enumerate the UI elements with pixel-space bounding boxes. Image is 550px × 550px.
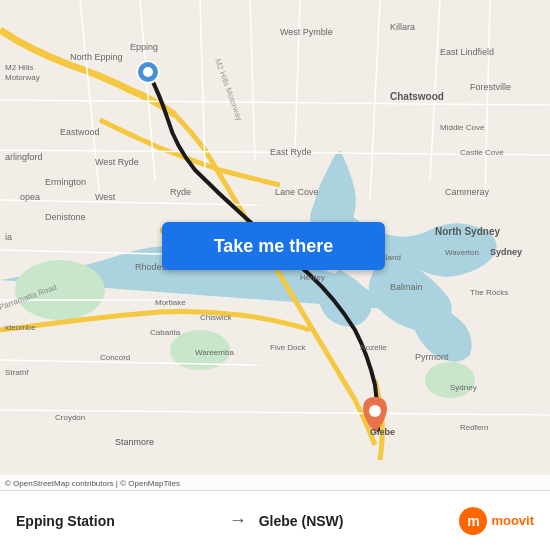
take-me-there-button[interactable]: Take me there [162,222,385,270]
svg-text:West: West [95,192,116,202]
svg-text:Strathf: Strathf [5,368,29,377]
svg-text:West Pymble: West Pymble [280,27,333,37]
svg-text:Pyrmont: Pyrmont [415,352,449,362]
svg-text:ia: ia [5,232,12,242]
svg-text:M2 Hills: M2 Hills [5,63,33,72]
svg-text:Sydney: Sydney [450,383,477,392]
svg-text:Denistone: Denistone [45,212,86,222]
svg-text:Chiswick: Chiswick [200,313,233,322]
svg-text:Ryde: Ryde [170,187,191,197]
svg-text:Concord: Concord [100,353,130,362]
svg-point-1 [15,260,105,320]
svg-text:East Ryde: East Ryde [270,147,312,157]
moovit-icon: m [459,507,487,535]
svg-text:Forestville: Forestville [470,82,511,92]
svg-text:North Sydney: North Sydney [435,226,500,237]
svg-text:Mortlake: Mortlake [155,298,186,307]
svg-text:Ermington: Ermington [45,177,86,187]
svg-text:The Rocks: The Rocks [470,288,508,297]
svg-text:East Lindfield: East Lindfield [440,47,494,57]
svg-text:arlingford: arlingford [5,152,43,162]
svg-text:Croydon: Croydon [55,413,85,422]
svg-text:Cabarita: Cabarita [150,328,181,337]
svg-text:Epping: Epping [130,42,158,52]
svg-text:Lane Cove: Lane Cove [275,187,319,197]
svg-text:Glebe: Glebe [370,427,395,437]
svg-text:Redfern: Redfern [460,423,488,432]
svg-text:Cammeray: Cammeray [445,187,490,197]
svg-text:West Ryde: West Ryde [95,157,139,167]
svg-text:Rozelle: Rozelle [360,343,387,352]
svg-text:opea: opea [20,192,40,202]
map-container: North Epping M2 Hills Motorway Epping We… [0,0,550,490]
svg-text:Balmain: Balmain [390,282,423,292]
svg-text:© OpenStreetMap contributors |: © OpenStreetMap contributors | © OpenMap… [5,479,180,488]
svg-point-3 [425,362,475,398]
svg-text:Killara: Killara [390,22,415,32]
moovit-logo: m moovit [459,507,534,535]
svg-text:Chatswood: Chatswood [390,91,444,102]
svg-text:Waverton: Waverton [445,248,479,257]
svg-text:Henley: Henley [300,273,325,282]
svg-text:Sydney: Sydney [490,247,522,257]
moovit-text: moovit [491,513,534,528]
svg-text:North Epping: North Epping [70,52,123,62]
svg-text:Castle Cove: Castle Cove [460,148,504,157]
svg-text:Middle Cove: Middle Cove [440,123,485,132]
svg-text:ideombe: ideombe [5,323,36,332]
svg-text:Stanmore: Stanmore [115,437,154,447]
direction-arrow: → [229,510,247,531]
svg-text:Five Dock: Five Dock [270,343,307,352]
destination-label: Glebe (NSW) [259,513,460,529]
svg-text:Wareemba: Wareemba [195,348,234,357]
svg-point-22 [369,405,381,417]
svg-point-21 [143,67,153,77]
svg-text:Motorway: Motorway [5,73,40,82]
origin-label: Epping Station [16,513,217,529]
svg-text:Eastwood: Eastwood [60,127,100,137]
footer: Epping Station → Glebe (NSW) m moovit [0,490,550,550]
